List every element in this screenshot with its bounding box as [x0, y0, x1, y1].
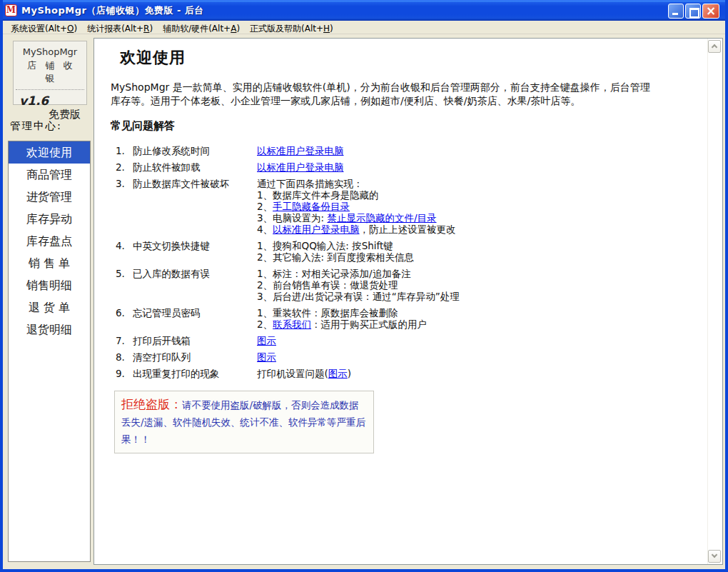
- faq-answer: 通过下面四条措施实现：1、数据库文件本身是隐藏的2、手工隐藏备份目录3、电脑设置…: [257, 178, 630, 235]
- faq-answer: 图示: [257, 335, 630, 346]
- faq-answer-line: 图示: [257, 351, 630, 363]
- faq-question: 防止软件被卸载: [133, 161, 257, 173]
- faq-answer-line: 1、数据库文件本身是隐藏的: [257, 189, 630, 201]
- faq-answer-text: 2、前台销售单有误：做退货处理: [257, 279, 398, 291]
- faq-answer-line: 2、手工隐藏备份目录: [257, 201, 630, 212]
- faq-answer-text: 2、: [257, 201, 273, 212]
- faq-answer-line: 1、搜狗和QQ输入法: 按Shift键: [257, 240, 630, 251]
- window-title: MyShopMgr（店铺收银）免费版 - 后台: [21, 4, 204, 17]
- sidebar-item-8[interactable]: 退 货 单: [9, 296, 90, 318]
- faq-question: 防止数据库文件被破坏: [133, 178, 257, 235]
- faq-link[interactable]: 以标准用户登录电脑: [273, 224, 360, 235]
- faq-answer-text: 2、: [257, 318, 273, 330]
- faq-number: 4.: [116, 240, 133, 263]
- faq-answer: 以标准用户登录电脑: [257, 145, 630, 156]
- faq-number: 3.: [116, 178, 133, 235]
- faq-section-title: 常见问题解答: [111, 119, 175, 133]
- content-panel: 欢迎使用 MyShopMgr 是一款简单、实用的店铺收银软件(单机)，分为前台收…: [93, 38, 723, 565]
- vertical-scrollbar[interactable]: [707, 39, 722, 564]
- faq-link[interactable]: 手工隐藏备份目录: [273, 201, 350, 212]
- sidebar-item-9[interactable]: 退货明细: [9, 318, 90, 341]
- sidebar-item-5[interactable]: 库存盘点: [9, 230, 90, 252]
- sidebar-item-6[interactable]: 销 售 单: [9, 252, 90, 274]
- menu-item-2[interactable]: 统计报表(Alt+R): [82, 22, 158, 36]
- faq-link[interactable]: 以标准用户登录电脑: [257, 161, 344, 173]
- faq-answer-text: 1、数据库文件本身是隐藏的: [257, 189, 379, 201]
- faq-row-9: 9.出现重复打印的现象打印机设置问题(图示): [116, 368, 630, 379]
- faq-number: 7.: [116, 335, 133, 346]
- faq-answer-line: 1、标注：对相关记录添加/追加备注: [257, 268, 630, 279]
- faq-row-8: 8.清空打印队列图示: [116, 351, 630, 363]
- sidebar-item-4[interactable]: 库存异动: [9, 208, 90, 230]
- faq-row-4: 4.中英文切换快捷键1、搜狗和QQ输入法: 按Shift键2、其它输入法: 到百…: [116, 240, 630, 263]
- sidebar-item-3[interactable]: 进货管理: [9, 186, 90, 208]
- faq-row-1: 1.防止修改系统时间以标准用户登录电脑: [116, 145, 630, 156]
- faq-answer-line: 3、电脑设置为: 禁止显示隐藏的文件/目录: [257, 212, 630, 224]
- faq-question: 打印后开钱箱: [133, 335, 257, 346]
- faq-answer-line: 3、后台进/出货记录有误：通过“库存异动”处理: [257, 291, 630, 302]
- faq-answer-line: 以标准用户登录电脑: [257, 145, 630, 156]
- menu-item-3[interactable]: 辅助软/硬件(Alt+A): [158, 22, 245, 36]
- menu-item-4[interactable]: 正式版及帮助(Alt+H): [245, 22, 338, 36]
- faq-answer: 1、搜狗和QQ输入法: 按Shift键2、其它输入法: 到百度搜索相关信息: [257, 240, 630, 263]
- faq-row-2: 2.防止软件被卸载以标准用户登录电脑: [116, 161, 630, 173]
- piracy-warning-label: 拒绝盗版：: [121, 397, 182, 411]
- faq-answer-text: 1、重装软件：原数据库会被删除: [257, 307, 398, 318]
- minimize-button[interactable]: [668, 4, 684, 19]
- faq-number: 6.: [116, 307, 133, 330]
- faq-question: 已入库的数据有误: [133, 268, 257, 302]
- faq-answer-line: 2、联系我们：适用于购买正式版的用户: [257, 318, 630, 330]
- faq-answer-line: 通过下面四条措施实现：: [257, 178, 630, 189]
- sidebar-item-1[interactable]: 欢迎使用: [9, 141, 90, 164]
- faq-link[interactable]: 图示: [257, 351, 276, 363]
- faq-answer-text: 2、其它输入法: 到百度搜索相关信息: [257, 251, 414, 263]
- faq-answer-text: 4、: [257, 224, 273, 235]
- app-logo: MyShopMgr 店 铺 收 银 v1.6 免费版: [13, 41, 87, 105]
- faq-number: 2.: [116, 161, 133, 173]
- faq-answer-line: 以标准用户登录电脑: [257, 161, 630, 173]
- faq-number: 5.: [116, 268, 133, 302]
- faq-answer: 图示: [257, 351, 630, 363]
- faq-answer-text: 1、搜狗和QQ输入法: 按Shift键: [257, 240, 393, 251]
- faq-question: 清空打印队列: [133, 351, 257, 363]
- faq-question: 出现重复打印的现象: [133, 368, 257, 379]
- faq-row-3: 3.防止数据库文件被破坏通过下面四条措施实现：1、数据库文件本身是隐藏的2、手工…: [116, 178, 630, 235]
- menu-bar: 系统设置(Alt+O)统计报表(Alt+R)辅助软/硬件(Alt+A)正式版及帮…: [3, 21, 725, 34]
- faq-row-5: 5.已入库的数据有误1、标注：对相关记录添加/追加备注2、前台销售单有误：做退货…: [116, 268, 630, 302]
- maximize-button[interactable]: [685, 4, 701, 19]
- sidebar-item-7[interactable]: 销售明细: [9, 274, 90, 296]
- app-window: M MyShopMgr（店铺收银）免费版 - 后台 系统设置(Alt+O)统计报…: [0, 0, 728, 572]
- scroll-up-button[interactable]: [708, 40, 721, 53]
- logo-version: v1.6: [14, 90, 86, 108]
- logo-subtitle: 店 铺 收 银: [16, 57, 84, 90]
- faq-number: 8.: [116, 351, 133, 363]
- scroll-down-button[interactable]: [708, 550, 721, 563]
- sidebar-section-label: 管理中心:: [10, 119, 62, 133]
- chevron-up-icon: [712, 44, 717, 50]
- faq-answer-text: ): [348, 368, 351, 379]
- faq-answer-line: 打印机设置问题(图示): [257, 368, 630, 379]
- faq-link[interactable]: 联系我们: [273, 318, 311, 330]
- page-title: 欢迎使用: [120, 47, 186, 69]
- faq-answer: 以标准用户登录电脑: [257, 161, 630, 173]
- close-button[interactable]: [702, 4, 719, 19]
- faq-answer-text: 通过下面四条措施实现：: [257, 178, 363, 189]
- sidebar-item-2[interactable]: 商品管理: [9, 164, 90, 186]
- faq-answer-line: 4、以标准用户登录电脑，防止上述设置被更改: [257, 224, 630, 235]
- faq-link[interactable]: 图示: [257, 335, 276, 346]
- faq-question: 忘记管理员密码: [133, 307, 257, 330]
- faq-answer-line: 图示: [257, 335, 630, 346]
- faq-link[interactable]: 以标准用户登录电脑: [257, 145, 344, 156]
- faq-link[interactable]: 图示: [328, 368, 348, 379]
- faq-number: 1.: [116, 145, 133, 156]
- sidebar-nav-list: 欢迎使用商品管理进货管理库存异动库存盘点销 售 单销售明细退 货 单退货明细: [8, 141, 91, 562]
- faq-number: 9.: [116, 368, 133, 379]
- title-bar[interactable]: M MyShopMgr（店铺收银）免费版 - 后台: [0, 0, 728, 21]
- menu-item-1[interactable]: 系统设置(Alt+O): [6, 22, 82, 36]
- faq-answer-line: 2、前台销售单有误：做退货处理: [257, 279, 630, 291]
- faq-link[interactable]: 禁止显示隐藏的文件/目录: [327, 212, 436, 224]
- faq-answer-text: 打印机设置问题(: [257, 368, 328, 379]
- faq-answer-text: 3、后台进/出货记录有误：通过“库存异动”处理: [257, 291, 460, 302]
- faq-answer-text: ：适用于购买正式版的用户: [311, 318, 427, 330]
- intro-paragraph: MyShopMgr 是一款简单、实用的店铺收银软件(单机)，分为前台收银和后台管…: [111, 81, 659, 108]
